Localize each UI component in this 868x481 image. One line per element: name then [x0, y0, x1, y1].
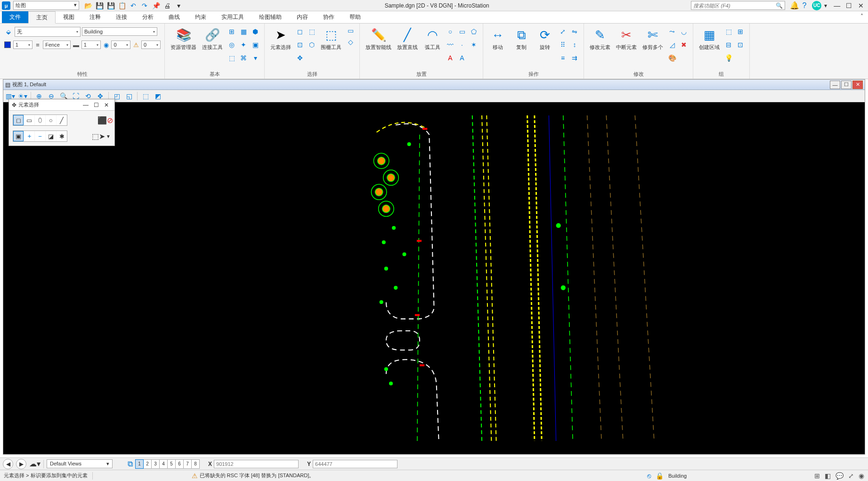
view-btn-5[interactable]: 5 — [167, 459, 176, 469]
explorer-button[interactable]: 📚 资源管理器 — [169, 25, 198, 51]
bspline-icon[interactable]: 〰 — [445, 40, 455, 50]
more-icon[interactable]: ▾ — [250, 53, 260, 63]
workflow-combo[interactable]: 绘图 ▾ — [13, 1, 79, 10]
circle-icon[interactable]: ○ — [445, 26, 455, 37]
tab-view[interactable]: 视图 — [56, 11, 82, 23]
palette-min-button[interactable]: — — [81, 102, 91, 108]
sel-lasso-icon[interactable]: ⬯ — [35, 115, 45, 125]
sel2-icon[interactable]: ⬚ — [307, 26, 317, 37]
mode-invert-icon[interactable]: ◪ — [46, 131, 56, 141]
weight-icon[interactable]: ▬ — [72, 40, 80, 49]
transparency-icon[interactable]: ◉ — [102, 40, 110, 49]
scale-icon[interactable]: ⤢ — [558, 26, 568, 37]
rotate-button[interactable]: ⟳旋转 — [534, 25, 556, 51]
snap-icon[interactable]: ⎋ — [647, 472, 651, 480]
status-msg-icon[interactable]: 💬 — [836, 472, 844, 480]
move-button[interactable]: ↔移动 — [487, 25, 509, 51]
qat-print2-icon[interactable]: 🖨 — [163, 1, 171, 10]
minimize-button[interactable]: — — [832, 2, 842, 9]
tool6-icon[interactable]: ▣ — [250, 40, 260, 50]
smartline-button[interactable]: ✏️放置智能线 — [364, 25, 393, 51]
tool7-icon[interactable]: ⬚ — [227, 53, 237, 63]
view-max-button[interactable]: ☐ — [841, 81, 852, 89]
extend-icon[interactable]: ⤳ — [667, 26, 677, 37]
status-scale-icon[interactable]: ⤢ — [848, 472, 854, 480]
text-icon[interactable]: A — [445, 53, 455, 63]
sel-circle-icon[interactable]: ○ — [46, 115, 56, 125]
array-icon[interactable]: ⠿ — [558, 40, 568, 50]
offset-icon[interactable]: ⇉ — [569, 53, 580, 63]
view-btn-1[interactable]: 1 — [135, 459, 144, 469]
level-mgr-icon[interactable]: ▦ — [238, 26, 249, 37]
grp4-icon[interactable]: ⊡ — [735, 40, 746, 50]
rect-icon[interactable]: ▭ — [457, 26, 467, 37]
element-selection-palette[interactable]: ✥ 元素选择 — ☐ ✕ ◻ ▭ ⬯ ○ ╱ ⬛⊘ ▣ ＋ − ◪ ✱ — [8, 99, 115, 146]
tool5-icon[interactable]: ✦ — [238, 40, 249, 50]
clip-mask-icon[interactable]: ◩ — [153, 91, 163, 101]
tab-home[interactable]: 主页 — [28, 11, 56, 24]
color-swatch-icon[interactable] — [4, 40, 12, 49]
qat-save-icon[interactable]: 💾 — [95, 1, 104, 10]
view-btn-4[interactable]: 4 — [159, 459, 168, 469]
notification-icon[interactable]: 🔔 — [790, 1, 799, 10]
ribbon-collapse-button[interactable]: ˄ — [856, 11, 868, 23]
break-button[interactable]: ✂中断元素 — [614, 25, 639, 51]
lock-icon[interactable]: 🔒 — [656, 472, 664, 480]
tab-utilities[interactable]: 实用工具 — [214, 11, 251, 23]
template-icon[interactable]: ⬙ — [4, 27, 13, 36]
poly-icon[interactable]: ⬠ — [469, 26, 479, 37]
qat-pin-icon[interactable]: 📌 — [152, 1, 160, 10]
element-select-button[interactable]: ➤ 元素选择 — [268, 25, 293, 51]
mirror-icon[interactable]: ⇋ — [569, 26, 580, 37]
nav-fwd-button[interactable]: ▶ — [16, 459, 26, 469]
selmore2-icon[interactable]: ◇ — [345, 37, 356, 47]
tab-attach[interactable]: 连接 — [108, 11, 135, 23]
stretch-icon[interactable]: ↕ — [569, 40, 580, 50]
sel1-icon[interactable]: ◻ — [295, 26, 305, 37]
transparency-combo[interactable]: 0▾ — [111, 41, 130, 49]
running-coord-icon[interactable]: ⊞ — [814, 472, 820, 480]
y-input[interactable] — [313, 460, 397, 468]
drawing-canvas[interactable] — [3, 102, 865, 454]
sel-block-icon[interactable]: ▭ — [24, 115, 34, 125]
grp5-icon[interactable]: 💡 — [723, 53, 734, 63]
attach-tools-button[interactable]: 🔗 连接工具 — [200, 25, 225, 51]
tab-collaborate[interactable]: 协作 — [316, 11, 342, 23]
tab-drawing-aids[interactable]: 绘图辅助 — [251, 11, 289, 23]
tab-content[interactable]: 内容 — [289, 11, 316, 23]
search-icon[interactable]: 🔍 — [776, 2, 783, 9]
qat-undo-icon[interactable]: ↶ — [129, 1, 138, 10]
mode-sub-icon[interactable]: − — [35, 131, 45, 141]
close-button[interactable]: ✕ — [856, 2, 866, 9]
linestyle-combo[interactable]: Fence▾ — [43, 41, 71, 49]
view-close-button[interactable]: ✕ — [852, 81, 863, 89]
paint-icon[interactable]: 🎨 — [667, 53, 677, 63]
selmore-icon[interactable]: ▭ — [345, 25, 356, 36]
fillet-icon[interactable]: ◡ — [679, 26, 689, 37]
priority-icon[interactable]: ⚠ — [132, 40, 140, 49]
tab-analyze[interactable]: 分析 — [135, 11, 161, 23]
color-combo[interactable]: 1▾ — [13, 41, 32, 49]
ribbon-search-input[interactable] — [693, 3, 776, 8]
sel-line-icon[interactable]: ╱ — [57, 115, 67, 125]
tool3-icon[interactable]: ⬢ — [250, 26, 260, 37]
view-groups-combo[interactable]: Default Views▾ — [47, 459, 113, 468]
tab-file[interactable]: 文件 — [2, 11, 28, 23]
trim-button[interactable]: ✄修剪多个 — [641, 25, 665, 51]
grp3-icon[interactable]: ⊟ — [723, 40, 734, 50]
tab-curves[interactable]: 曲线 — [161, 11, 187, 23]
chamfer-icon[interactable]: ◿ — [667, 40, 677, 50]
qat-caret-icon[interactable]: ▾ — [174, 1, 183, 10]
template-combo[interactable]: Building▾ — [82, 27, 157, 36]
qat-redo-icon[interactable]: ↷ — [140, 1, 149, 10]
status-sel-icon[interactable]: ◧ — [825, 472, 831, 480]
modify-button[interactable]: ✎修改元素 — [588, 25, 612, 51]
view-btn-2[interactable]: 2 — [143, 459, 152, 469]
maximize-button[interactable]: ☐ — [844, 2, 854, 9]
active-level[interactable]: Building — [668, 473, 810, 479]
delete-icon[interactable]: ✖ — [679, 40, 689, 50]
point-icon[interactable]: · — [457, 40, 467, 50]
place-line-button[interactable]: ╱放置直线 — [395, 25, 420, 51]
tab-constraints[interactable]: 约束 — [187, 11, 214, 23]
priority-combo[interactable]: 0▾ — [141, 41, 161, 49]
